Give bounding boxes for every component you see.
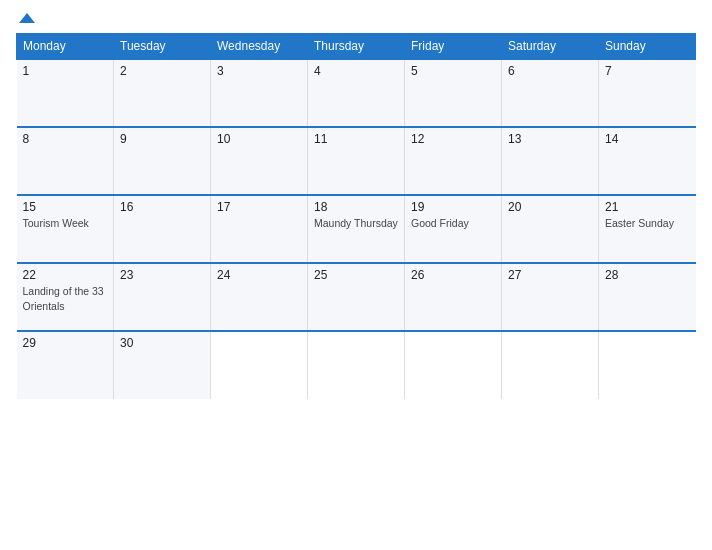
day-number: 6: [508, 64, 592, 78]
table-row: 26: [405, 263, 502, 331]
day-number: 21: [605, 200, 690, 214]
day-number: 9: [120, 132, 204, 146]
day-number: 25: [314, 268, 398, 282]
table-row: 2: [114, 59, 211, 127]
calendar-page: Monday Tuesday Wednesday Thursday Friday…: [0, 0, 712, 550]
day-number: 1: [23, 64, 108, 78]
table-row: 20: [502, 195, 599, 263]
day-number: 24: [217, 268, 301, 282]
day-event: Landing of the 33 Orientals: [23, 285, 104, 312]
table-row: [599, 331, 696, 399]
day-number: 15: [23, 200, 108, 214]
day-number: 8: [23, 132, 108, 146]
weekday-friday: Friday: [405, 34, 502, 60]
calendar-week-row: 15Tourism Week161718Maundy Thursday19Goo…: [17, 195, 696, 263]
day-number: 18: [314, 200, 398, 214]
day-event: Maundy Thursday: [314, 217, 398, 229]
calendar-week-row: 891011121314: [17, 127, 696, 195]
calendar-table: Monday Tuesday Wednesday Thursday Friday…: [16, 33, 696, 399]
weekday-sunday: Sunday: [599, 34, 696, 60]
table-row: 4: [308, 59, 405, 127]
table-row: 19Good Friday: [405, 195, 502, 263]
table-row: [502, 331, 599, 399]
weekday-wednesday: Wednesday: [211, 34, 308, 60]
table-row: 11: [308, 127, 405, 195]
day-number: 2: [120, 64, 204, 78]
weekday-tuesday: Tuesday: [114, 34, 211, 60]
table-row: 22Landing of the 33 Orientals: [17, 263, 114, 331]
table-row: 18Maundy Thursday: [308, 195, 405, 263]
weekday-saturday: Saturday: [502, 34, 599, 60]
day-number: 12: [411, 132, 495, 146]
calendar-week-row: 1234567: [17, 59, 696, 127]
logo-flag-icon: [17, 11, 37, 25]
table-row: 9: [114, 127, 211, 195]
day-number: 20: [508, 200, 592, 214]
table-row: 27: [502, 263, 599, 331]
day-event: Easter Sunday: [605, 217, 674, 229]
table-row: [405, 331, 502, 399]
table-row: 17: [211, 195, 308, 263]
table-row: 5: [405, 59, 502, 127]
table-row: 28: [599, 263, 696, 331]
table-row: 7: [599, 59, 696, 127]
calendar-week-row: 22Landing of the 33 Orientals23242526272…: [17, 263, 696, 331]
calendar-week-row: 2930: [17, 331, 696, 399]
table-row: 3: [211, 59, 308, 127]
day-number: 4: [314, 64, 398, 78]
logo: [16, 10, 37, 25]
day-number: 22: [23, 268, 108, 282]
day-number: 27: [508, 268, 592, 282]
table-row: 23: [114, 263, 211, 331]
table-row: 14: [599, 127, 696, 195]
day-number: 16: [120, 200, 204, 214]
table-row: 29: [17, 331, 114, 399]
day-number: 3: [217, 64, 301, 78]
table-row: [308, 331, 405, 399]
day-number: 29: [23, 336, 108, 350]
day-number: 17: [217, 200, 301, 214]
table-row: 15Tourism Week: [17, 195, 114, 263]
day-number: 28: [605, 268, 690, 282]
table-row: 8: [17, 127, 114, 195]
weekday-monday: Monday: [17, 34, 114, 60]
table-row: 6: [502, 59, 599, 127]
day-number: 23: [120, 268, 204, 282]
day-event: Tourism Week: [23, 217, 89, 229]
day-number: 7: [605, 64, 690, 78]
day-number: 14: [605, 132, 690, 146]
table-row: 25: [308, 263, 405, 331]
table-row: [211, 331, 308, 399]
table-row: 21Easter Sunday: [599, 195, 696, 263]
svg-marker-0: [19, 13, 35, 23]
day-number: 13: [508, 132, 592, 146]
table-row: 10: [211, 127, 308, 195]
weekday-header-row: Monday Tuesday Wednesday Thursday Friday…: [17, 34, 696, 60]
table-row: 12: [405, 127, 502, 195]
day-number: 19: [411, 200, 495, 214]
weekday-thursday: Thursday: [308, 34, 405, 60]
table-row: 24: [211, 263, 308, 331]
day-event: Good Friday: [411, 217, 469, 229]
day-number: 5: [411, 64, 495, 78]
day-number: 10: [217, 132, 301, 146]
table-row: 16: [114, 195, 211, 263]
day-number: 30: [120, 336, 204, 350]
header: [16, 10, 696, 25]
table-row: 13: [502, 127, 599, 195]
day-number: 11: [314, 132, 398, 146]
day-number: 26: [411, 268, 495, 282]
table-row: 1: [17, 59, 114, 127]
table-row: 30: [114, 331, 211, 399]
